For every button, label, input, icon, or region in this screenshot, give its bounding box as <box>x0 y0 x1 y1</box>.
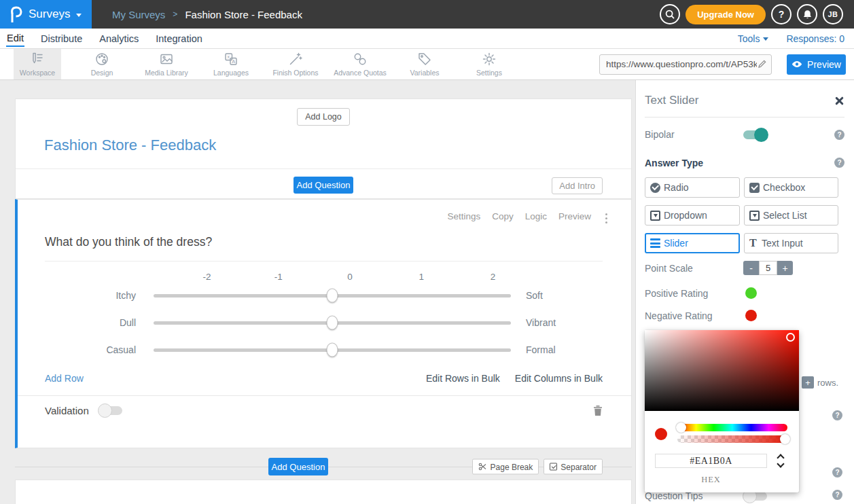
svg-text:x: x <box>227 54 230 59</box>
toolbar-item-workspace[interactable]: Workspace <box>14 49 61 79</box>
alpha-handle[interactable] <box>780 434 790 444</box>
answer-type-select-list[interactable]: Select List <box>744 205 838 226</box>
toolbar-item-finish-options[interactable]: Finish Options <box>272 49 319 79</box>
header-actions: Upgrade Now JB <box>660 4 854 24</box>
alpha-slider[interactable] <box>677 435 787 443</box>
answer-type-checkbox[interactable]: Checkbox <box>744 177 838 198</box>
answer-type-grid: Radio Checkbox Dropdown Select List Slid… <box>645 177 838 253</box>
negative-color-swatch[interactable] <box>745 310 757 321</box>
question-preview-link[interactable]: Preview <box>558 211 591 221</box>
hue-handle[interactable] <box>676 422 686 433</box>
slider-handle[interactable] <box>327 343 338 357</box>
bipolar-toggle[interactable] <box>743 130 767 139</box>
edit-rows-bulk-link[interactable]: Edit Rows in Bulk <box>426 373 500 384</box>
toolbar-item-media-library[interactable]: Media Library <box>143 49 190 79</box>
toolbar-item-label: Variables <box>410 69 440 77</box>
separator-label: Separator <box>561 462 597 471</box>
toolbar-item-variables[interactable]: Variables <box>401 49 448 79</box>
avatar[interactable]: JB <box>823 4 843 24</box>
notifications-button[interactable] <box>797 4 817 24</box>
scale-label: 1 <box>386 272 457 282</box>
increase-scale-button[interactable] <box>777 261 793 275</box>
toolbar-item-advance-quotas[interactable]: Advance Quotas <box>336 49 384 79</box>
saturation-area[interactable] <box>645 330 799 411</box>
toolbar-item-design[interactable]: Design <box>78 49 126 79</box>
product-menu[interactable]: Surveys <box>0 0 92 29</box>
edit-columns-bulk-link[interactable]: Edit Columns in Bulk <box>515 373 603 384</box>
add-question-button-bottom[interactable]: Add Question <box>268 458 328 475</box>
slider-handle[interactable] <box>327 289 338 303</box>
hue-slider[interactable] <box>677 424 787 431</box>
question-menu: Settings Copy Logic Preview <box>18 200 631 221</box>
hex-input[interactable] <box>655 454 767 468</box>
scale-label: 0 <box>314 272 385 282</box>
question-settings-panel: Text Slider Bipolar Answer Type Radio Ch… <box>635 80 854 504</box>
preview-button[interactable]: Preview <box>787 54 846 75</box>
vertical-dots-icon[interactable] <box>605 213 607 215</box>
breadcrumb: My Surveys > Fashion Store - Feedback <box>112 9 302 20</box>
slider-handle[interactable] <box>327 316 338 330</box>
question-text[interactable]: What do you think of the dress? <box>45 235 631 249</box>
add-logo-button[interactable]: Add Logo <box>297 108 350 126</box>
question-copy-link[interactable]: Copy <box>492 211 514 221</box>
survey-title[interactable]: Fashion Store - Feedback <box>44 137 631 154</box>
toolbar-item-languages[interactable]: x A Languages <box>207 49 255 79</box>
tab-analytics[interactable]: Analytics <box>99 31 139 46</box>
survey-url-field[interactable]: https://www.questionpro.com/t/AP53kZiOC <box>599 54 772 75</box>
answer-type-dropdown[interactable]: Dropdown <box>645 205 740 226</box>
add-intro-button[interactable]: Add Intro <box>552 177 603 194</box>
scale-label: -1 <box>243 272 314 282</box>
answer-type-help-icon[interactable] <box>834 158 844 168</box>
tools-label: Tools <box>738 33 760 44</box>
trash-icon[interactable] <box>593 405 603 416</box>
close-icon[interactable] <box>834 96 844 106</box>
bipolar-label: Bipolar <box>645 129 743 140</box>
slider-track[interactable] <box>154 348 511 352</box>
tab-distribute[interactable]: Distribute <box>40 31 83 46</box>
answer-type-radio[interactable]: Radio <box>645 177 740 198</box>
tab-integration[interactable]: Integration <box>155 31 203 46</box>
negative-rating-row: Negative Rating <box>645 310 844 321</box>
question-settings-link[interactable]: Settings <box>447 211 480 221</box>
upgrade-now-button[interactable]: Upgrade Now <box>686 5 766 24</box>
question-card: Settings Copy Logic Preview What do you … <box>15 199 632 448</box>
chevron-down-icon[interactable] <box>777 460 784 467</box>
answer-type-text-input[interactable]: Text Input <box>744 233 838 253</box>
decrease-scale-button[interactable] <box>743 261 759 275</box>
answer-type-slider[interactable]: Slider <box>645 233 740 253</box>
point-scale-value[interactable]: 5 <box>759 261 777 275</box>
point-scale-row: Point Scale 5 <box>645 261 844 275</box>
help-icon[interactable] <box>832 467 842 478</box>
toolbar-item-settings[interactable]: Settings <box>465 49 513 79</box>
divider <box>45 261 603 262</box>
tab-edit[interactable]: Edit <box>6 30 24 47</box>
help-icon[interactable] <box>832 410 842 420</box>
breadcrumb-my-surveys[interactable]: My Surveys <box>112 9 165 20</box>
product-menu-label: Surveys <box>29 7 70 21</box>
slider-track[interactable] <box>154 294 511 298</box>
workspace-icon <box>30 52 45 67</box>
next-section-card <box>15 480 632 504</box>
separator-button[interactable]: Separator <box>544 459 603 475</box>
search-button[interactable] <box>660 4 680 24</box>
variables-icon <box>417 52 432 67</box>
question-logic-link[interactable]: Logic <box>525 211 547 221</box>
hex-spinner[interactable] <box>778 455 783 467</box>
positive-color-swatch[interactable] <box>745 287 757 299</box>
bipolar-help-icon[interactable] <box>834 130 844 140</box>
saturation-selector[interactable] <box>786 333 795 342</box>
divider <box>645 117 844 118</box>
validation-toggle[interactable] <box>99 406 122 415</box>
question-tips-toggle[interactable] <box>743 492 767 501</box>
page-break-button[interactable]: Page Break <box>472 459 539 475</box>
add-question-button-top[interactable]: Add Question <box>293 177 353 194</box>
add-row-link[interactable]: Add Row <box>45 373 84 384</box>
slider-track[interactable] <box>154 321 511 325</box>
tools-menu[interactable]: Tools <box>738 33 769 44</box>
toolbar-item-label: Finish Options <box>272 69 318 77</box>
pencil-icon[interactable] <box>757 59 767 69</box>
responses-count[interactable]: Responses: 0 <box>786 33 844 44</box>
increase-rows-button[interactable] <box>802 376 814 389</box>
help-button[interactable] <box>771 4 791 24</box>
slider-scale-labels: -2 -1 0 1 2 <box>171 272 529 282</box>
